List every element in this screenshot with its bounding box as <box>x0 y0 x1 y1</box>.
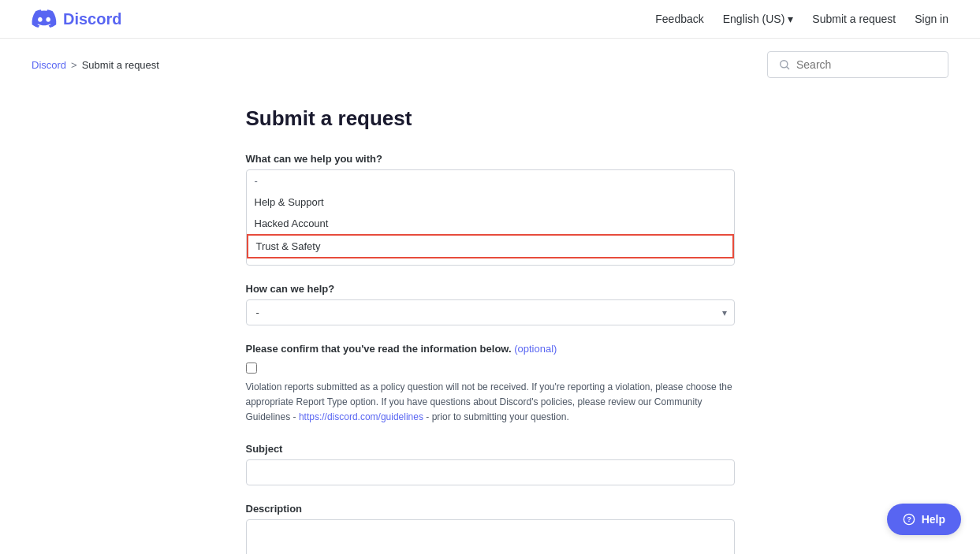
listbox-item[interactable]: Hacked Account <box>247 213 734 234</box>
how-select[interactable]: - <box>246 299 735 325</box>
main-content: Submit a request What can we help you wi… <box>214 91 766 554</box>
optional-label: (optional) <box>514 343 557 355</box>
subject-label: Subject <box>246 443 735 455</box>
listbox-item[interactable]: - <box>247 170 734 191</box>
what-help-group: What can we help you with? -Help & Suppo… <box>246 153 735 266</box>
sign-in-link[interactable]: Sign in <box>915 13 948 25</box>
svg-text:?: ? <box>907 515 911 523</box>
svg-line-1 <box>787 67 789 69</box>
language-label: English (US) <box>723 13 785 25</box>
listbox-item[interactable]: Help & Support <box>247 191 734 213</box>
discord-logo-icon <box>32 9 57 28</box>
feedback-link[interactable]: Feedback <box>655 13 703 25</box>
listbox-item[interactable]: Billing <box>247 258 734 265</box>
breadcrumb-current: Submit a request <box>82 59 159 71</box>
submit-request-link[interactable]: Submit a request <box>812 13 896 25</box>
breadcrumb-bar: Discord > Submit a request <box>0 39 980 91</box>
search-bar[interactable] <box>767 51 948 78</box>
help-circle-icon: ? <box>903 513 915 526</box>
how-label: How can we help? <box>246 283 735 295</box>
search-icon <box>779 59 790 70</box>
page-title: Submit a request <box>246 106 735 131</box>
help-button[interactable]: ? Help <box>887 504 961 535</box>
listbox-container: -Help & SupportHacked AccountTrust & Saf… <box>246 169 735 266</box>
what-label: What can we help you with? <box>246 153 735 165</box>
confirm-checkbox[interactable] <box>246 363 257 374</box>
how-select-wrapper: - ▾ <box>246 299 735 325</box>
breadcrumb-separator: > <box>71 59 77 71</box>
breadcrumb-home[interactable]: Discord <box>32 59 66 71</box>
description-group: Description <box>246 503 735 554</box>
help-button-label: Help <box>922 513 945 526</box>
how-help-group: How can we help? - ▾ <box>246 283 735 325</box>
violation-text: Violation reports submitted as a policy … <box>246 380 735 426</box>
header: Discord Feedback English (US) ▾ Submit a… <box>0 0 980 39</box>
logo-text: Discord <box>63 10 121 28</box>
listbox[interactable]: -Help & SupportHacked AccountTrust & Saf… <box>247 170 734 265</box>
subject-input[interactable] <box>246 459 735 485</box>
confirm-label: Please confirm that you've read the info… <box>246 343 735 355</box>
discord-logo-link[interactable]: Discord <box>32 9 121 28</box>
search-input[interactable] <box>796 58 937 71</box>
language-selector[interactable]: English (US) ▾ <box>723 13 794 25</box>
subject-group: Subject <box>246 443 735 485</box>
confirm-section: Please confirm that you've read the info… <box>246 343 735 426</box>
guidelines-link[interactable]: https://discord.com/guidelines <box>299 411 423 422</box>
checkbox-row <box>246 361 735 374</box>
language-arrow-icon: ▾ <box>788 13 793 25</box>
breadcrumb: Discord > Submit a request <box>32 59 159 71</box>
description-label: Description <box>246 503 735 515</box>
listbox-item[interactable]: Trust & Safety <box>247 234 734 258</box>
description-textarea[interactable] <box>246 519 735 554</box>
header-nav: Feedback English (US) ▾ Submit a request… <box>655 13 948 25</box>
